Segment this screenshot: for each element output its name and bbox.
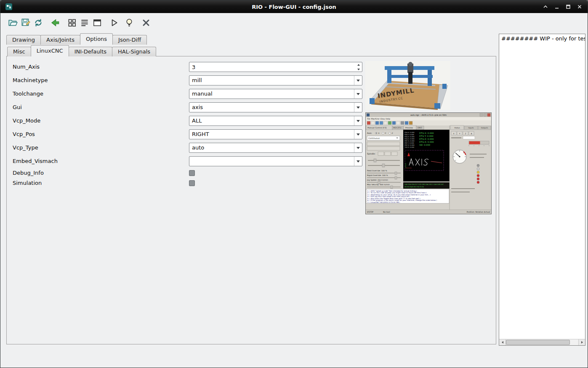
spin-down-button[interactable] <box>355 67 362 72</box>
svg-text:Feed Override: 100 %: Feed Override: 100 % <box>367 170 387 172</box>
save-as-button[interactable] <box>20 17 32 29</box>
tab-ini-defaults[interactable]: INI-Defaults <box>69 47 112 56</box>
debug-info-label: Debug_Info <box>13 168 44 178</box>
open-button[interactable] <box>7 17 19 29</box>
vcp-pos-dropdown-button[interactable] <box>354 130 362 139</box>
triangle-down-icon <box>357 69 360 70</box>
chevron-down-icon <box>357 160 360 163</box>
machinetype-combobox[interactable]: mill <box>189 75 362 85</box>
vcp-type-value: auto <box>189 143 354 152</box>
run-button[interactable] <box>108 17 120 29</box>
vcp-mode-dropdown-button[interactable] <box>354 116 362 125</box>
wip-text[interactable]: ######## WIP - only for testing <box>499 34 585 339</box>
tips-button[interactable] <box>123 17 135 29</box>
chevron-down-icon <box>357 133 360 136</box>
svg-text:Z: Z <box>465 133 466 135</box>
scroll-thumb[interactable] <box>506 340 570 345</box>
machinetype-value: mill <box>189 76 354 85</box>
axis-jog-mode: Continuous <box>368 137 380 139</box>
scroll-left-button[interactable] <box>499 339 506 345</box>
spin-up-button[interactable] <box>355 62 362 67</box>
wip-horizontal-scrollbar[interactable] <box>499 339 585 345</box>
tab-linuxcnc[interactable]: LinuxCNC <box>31 45 69 56</box>
maximize-button[interactable] <box>564 3 572 11</box>
axis-active-codes-1: G40 G54 G64 G17 G20 G90 G94 G91.1 G49 G9… <box>404 184 444 185</box>
axis-tab-manual: Manual Control [F3] <box>367 127 387 129</box>
num-axis-spinbox[interactable] <box>189 62 362 72</box>
gui-dropdown-button[interactable] <box>354 103 362 112</box>
main-tab-bar: Drawing Axis/Joints Options Json-Diff <box>6 33 146 45</box>
tab-drawing[interactable]: Drawing <box>6 35 41 45</box>
toolchange-dropdown-button[interactable] <box>354 89 362 99</box>
vcp-pos-combobox[interactable]: RIGHT <box>189 129 362 139</box>
axis-screenshot: axis.ngc - AXIS 2.5.0~pre on fdm File Ma… <box>365 112 492 214</box>
axis-toolbar-icons <box>367 121 412 125</box>
lightbulb-icon <box>124 18 134 28</box>
num-axis-label: Num_Axis <box>13 62 40 72</box>
cnc-machine-image: INDYMILL INDUSTRY.CC <box>365 61 450 110</box>
reload-button[interactable] <box>32 17 44 29</box>
svg-text:7: ( LinuxCNC 19/1/2012 2:13:5: 7: ( LinuxCNC 19/1/2012 2:13:51 PM ) <box>367 201 400 203</box>
minimize-button[interactable] <box>553 3 561 11</box>
svg-text:G92 X: 0.000: G92 X: 0.000 <box>404 140 415 142</box>
embed-vismach-dropdown-button[interactable] <box>354 157 362 166</box>
exit-button[interactable] <box>140 17 152 29</box>
vcp-tab-status: Status <box>454 127 460 129</box>
list-view-button[interactable] <box>79 17 90 29</box>
window-view-button[interactable] <box>91 17 103 29</box>
svg-text:Max Velocity: 300 in/min: Max Velocity: 300 in/min <box>367 184 390 186</box>
app-icon <box>5 3 12 10</box>
svg-text:Rapid Override: 100 %: Rapid Override: 100 % <box>367 174 388 176</box>
axis-active-codes-2: M5 M9 M48 M53 M0 F0 S0 <box>404 186 424 188</box>
vcp-tab-outputs: Outputs <box>481 127 488 129</box>
titlebar[interactable]: RIO - Flow-GUI - config.json <box>0 0 588 13</box>
close-x-icon <box>141 18 151 28</box>
gui-combobox[interactable]: axis <box>189 102 362 112</box>
tab-misc[interactable]: Misc <box>7 47 31 56</box>
chevron-down-icon <box>357 107 360 109</box>
close-button[interactable] <box>576 3 583 11</box>
tab-hal-signals[interactable]: HAL-Signals <box>112 47 156 56</box>
vcp-type-combobox[interactable]: auto <box>189 143 362 153</box>
vcp-type-label: Vcp_Type <box>13 143 38 153</box>
scroll-right-button[interactable] <box>578 339 585 345</box>
triangle-right-icon <box>581 341 583 344</box>
vcp-type-dropdown-button[interactable] <box>354 143 362 152</box>
vcp-pos-value: RIGHT <box>189 130 354 139</box>
grid-view-button[interactable] <box>66 17 78 29</box>
simulation-checkbox[interactable] <box>189 180 195 186</box>
toolchange-combobox[interactable]: manual <box>189 89 362 99</box>
num-axis-input[interactable] <box>189 62 355 72</box>
debug-info-checkbox[interactable] <box>189 170 195 176</box>
toolchange-value: manual <box>189 89 354 99</box>
play-icon <box>109 18 119 28</box>
machinetype-dropdown-button[interactable] <box>354 76 362 85</box>
chevron-down-icon <box>357 120 360 122</box>
window-icon <box>92 18 102 28</box>
embed-vismach-combobox[interactable] <box>189 156 362 166</box>
gui-value: axis <box>189 103 354 112</box>
grid-icon <box>67 18 77 28</box>
svg-text:DTG X: 0.000: DTG X: 0.000 <box>419 132 434 134</box>
svg-text:DTG A: 0.000: DTG A: 0.000 <box>419 141 434 143</box>
tab-axis-joints[interactable]: Axis/Joints <box>40 35 80 45</box>
vcp-mode-combobox[interactable]: ALL <box>189 116 362 126</box>
svg-text:G92 Y: 0.000: G92 Y: 0.000 <box>404 142 415 144</box>
shade-button[interactable] <box>542 3 549 11</box>
axis-status-estop: ESTOP <box>367 211 373 213</box>
embed-vismach-label: Embed_Vismach <box>13 156 58 166</box>
arrow-left-icon <box>50 18 60 28</box>
vcp-pos-label: Vcp_Pos <box>13 129 35 139</box>
tab-options[interactable]: Options <box>80 33 113 45</box>
wip-panel: ######## WIP - only for testing <box>499 34 585 346</box>
tab-json-diff[interactable]: Json-Diff <box>112 35 147 45</box>
axis-spindle-label: Spindle: <box>367 152 376 155</box>
simulation-label: Simulation <box>13 178 42 188</box>
svg-text:TLO Z: 0.000: TLO Z: 0.000 <box>404 147 415 148</box>
options-tab-bar: Misc LinuxCNC INI-Defaults HAL-Signals <box>7 45 156 56</box>
svg-text:Vel: 0.000: Vel: 0.000 <box>419 144 430 146</box>
machinetype-label: Machinetype <box>13 75 48 85</box>
save-icon <box>21 18 31 28</box>
svg-text:DTG Z: 0.000: DTG Z: 0.000 <box>419 138 434 140</box>
back-button[interactable] <box>49 17 61 29</box>
